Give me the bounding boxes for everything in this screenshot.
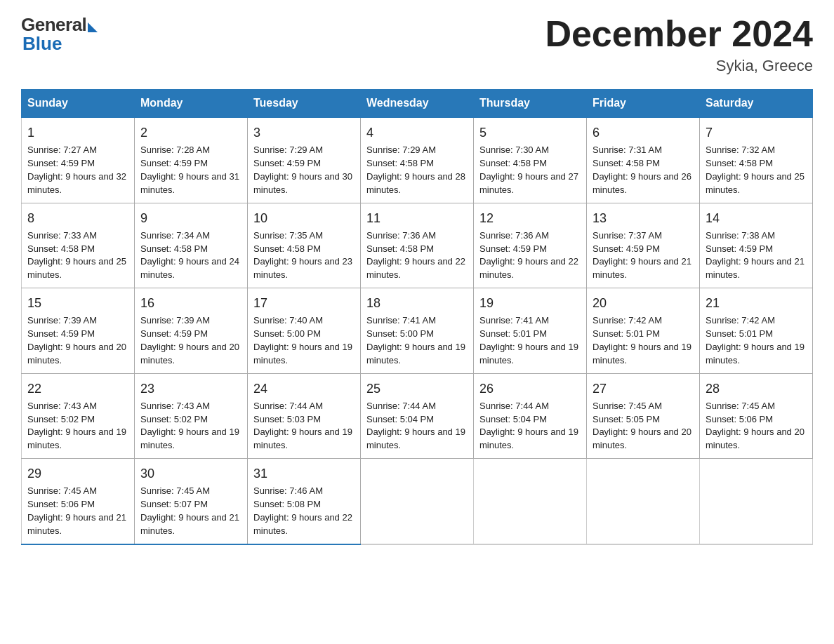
day-info: Sunrise: 7:45 AMSunset: 5:07 PMDaylight:… — [140, 485, 241, 537]
calendar-cell — [361, 459, 474, 544]
calendar-cell: 19Sunrise: 7:41 AMSunset: 5:01 PMDayligh… — [474, 288, 587, 373]
day-info: Sunrise: 7:45 AMSunset: 5:05 PMDaylight:… — [593, 400, 694, 452]
month-title: December 2024 — [545, 14, 813, 54]
day-number: 5 — [479, 123, 581, 142]
day-header-thursday: Thursday — [474, 90, 587, 118]
calendar-cell: 26Sunrise: 7:44 AMSunset: 5:04 PMDayligh… — [474, 373, 587, 458]
day-info: Sunrise: 7:39 AMSunset: 4:59 PMDaylight:… — [140, 314, 241, 367]
calendar-table: SundayMondayTuesdayWednesdayThursdayFrid… — [21, 89, 813, 544]
day-number: 7 — [706, 123, 807, 142]
day-info: Sunrise: 7:42 AMSunset: 5:01 PMDaylight:… — [706, 314, 807, 367]
day-number: 28 — [706, 380, 807, 398]
day-info: Sunrise: 7:34 AMSunset: 4:58 PMDaylight:… — [140, 229, 241, 282]
day-number: 30 — [140, 464, 241, 483]
calendar-cell: 31Sunrise: 7:46 AMSunset: 5:08 PMDayligh… — [248, 459, 361, 544]
logo: General Blue — [21, 14, 98, 55]
calendar-cell: 3Sunrise: 7:29 AMSunset: 4:59 PMDaylight… — [248, 117, 361, 203]
day-info: Sunrise: 7:35 AMSunset: 4:58 PMDaylight:… — [253, 229, 355, 282]
header: General Blue December 2024 Sykia, Greece — [21, 14, 813, 75]
day-info: Sunrise: 7:41 AMSunset: 5:01 PMDaylight:… — [479, 314, 581, 367]
day-number: 8 — [27, 209, 128, 227]
day-number: 15 — [27, 294, 128, 312]
calendar-week-row: 1Sunrise: 7:27 AMSunset: 4:59 PMDaylight… — [22, 117, 813, 203]
day-info: Sunrise: 7:44 AMSunset: 5:04 PMDaylight:… — [366, 400, 468, 452]
calendar-cell: 30Sunrise: 7:45 AMSunset: 5:07 PMDayligh… — [135, 459, 248, 544]
day-number: 16 — [140, 294, 241, 312]
calendar-cell: 27Sunrise: 7:45 AMSunset: 5:05 PMDayligh… — [587, 373, 700, 458]
calendar-cell: 2Sunrise: 7:28 AMSunset: 4:59 PMDaylight… — [135, 117, 248, 203]
calendar-week-row: 22Sunrise: 7:43 AMSunset: 5:02 PMDayligh… — [22, 373, 813, 458]
calendar-cell: 4Sunrise: 7:29 AMSunset: 4:58 PMDaylight… — [361, 117, 474, 203]
calendar-cell: 8Sunrise: 7:33 AMSunset: 4:58 PMDaylight… — [22, 203, 135, 288]
calendar-cell: 10Sunrise: 7:35 AMSunset: 4:58 PMDayligh… — [248, 203, 361, 288]
day-info: Sunrise: 7:42 AMSunset: 5:01 PMDaylight:… — [593, 314, 694, 367]
day-header-saturday: Saturday — [700, 90, 813, 118]
calendar-cell: 16Sunrise: 7:39 AMSunset: 4:59 PMDayligh… — [135, 288, 248, 373]
day-number: 14 — [706, 209, 807, 227]
calendar-cell: 29Sunrise: 7:45 AMSunset: 5:06 PMDayligh… — [22, 459, 135, 544]
day-info: Sunrise: 7:27 AMSunset: 4:59 PMDaylight:… — [27, 144, 128, 196]
calendar-cell: 9Sunrise: 7:34 AMSunset: 4:58 PMDaylight… — [135, 203, 248, 288]
day-header-wednesday: Wednesday — [361, 90, 474, 118]
calendar-cell: 15Sunrise: 7:39 AMSunset: 4:59 PMDayligh… — [22, 288, 135, 373]
day-number: 24 — [253, 380, 355, 398]
location-title: Sykia, Greece — [545, 57, 813, 75]
day-number: 29 — [27, 464, 128, 483]
day-number: 12 — [479, 209, 581, 227]
day-number: 19 — [479, 294, 581, 312]
day-info: Sunrise: 7:45 AMSunset: 5:06 PMDaylight:… — [27, 485, 128, 537]
day-info: Sunrise: 7:36 AMSunset: 4:58 PMDaylight:… — [366, 229, 468, 282]
day-header-tuesday: Tuesday — [248, 90, 361, 118]
day-header-row: SundayMondayTuesdayWednesdayThursdayFrid… — [22, 90, 813, 118]
calendar-cell: 18Sunrise: 7:41 AMSunset: 5:00 PMDayligh… — [361, 288, 474, 373]
day-number: 17 — [253, 294, 355, 312]
calendar-cell: 7Sunrise: 7:32 AMSunset: 4:58 PMDaylight… — [700, 117, 813, 203]
calendar-cell: 25Sunrise: 7:44 AMSunset: 5:04 PMDayligh… — [361, 373, 474, 458]
calendar-cell: 20Sunrise: 7:42 AMSunset: 5:01 PMDayligh… — [587, 288, 700, 373]
day-header-monday: Monday — [135, 90, 248, 118]
calendar-cell — [700, 459, 813, 544]
calendar-week-row: 15Sunrise: 7:39 AMSunset: 4:59 PMDayligh… — [22, 288, 813, 373]
calendar-cell: 17Sunrise: 7:40 AMSunset: 5:00 PMDayligh… — [248, 288, 361, 373]
calendar-cell: 12Sunrise: 7:36 AMSunset: 4:59 PMDayligh… — [474, 203, 587, 288]
day-info: Sunrise: 7:46 AMSunset: 5:08 PMDaylight:… — [253, 485, 355, 537]
calendar-cell: 14Sunrise: 7:38 AMSunset: 4:59 PMDayligh… — [700, 203, 813, 288]
title-area: December 2024 Sykia, Greece — [545, 14, 813, 75]
calendar-cell — [474, 459, 587, 544]
day-number: 18 — [366, 294, 468, 312]
day-info: Sunrise: 7:44 AMSunset: 5:04 PMDaylight:… — [479, 400, 581, 452]
day-info: Sunrise: 7:36 AMSunset: 4:59 PMDaylight:… — [479, 229, 581, 282]
day-info: Sunrise: 7:40 AMSunset: 5:00 PMDaylight:… — [253, 314, 355, 367]
day-info: Sunrise: 7:41 AMSunset: 5:00 PMDaylight:… — [366, 314, 468, 367]
calendar-cell: 13Sunrise: 7:37 AMSunset: 4:59 PMDayligh… — [587, 203, 700, 288]
day-info: Sunrise: 7:29 AMSunset: 4:58 PMDaylight:… — [366, 144, 468, 196]
day-info: Sunrise: 7:33 AMSunset: 4:58 PMDaylight:… — [27, 229, 128, 282]
day-number: 26 — [479, 380, 581, 398]
day-number: 21 — [706, 294, 807, 312]
day-header-friday: Friday — [587, 90, 700, 118]
day-info: Sunrise: 7:28 AMSunset: 4:59 PMDaylight:… — [140, 144, 241, 196]
day-info: Sunrise: 7:37 AMSunset: 4:59 PMDaylight:… — [593, 229, 694, 282]
calendar-cell — [587, 459, 700, 544]
calendar-cell: 22Sunrise: 7:43 AMSunset: 5:02 PMDayligh… — [22, 373, 135, 458]
day-number: 6 — [593, 123, 694, 142]
calendar-cell: 11Sunrise: 7:36 AMSunset: 4:58 PMDayligh… — [361, 203, 474, 288]
day-info: Sunrise: 7:43 AMSunset: 5:02 PMDaylight:… — [27, 400, 128, 452]
day-number: 10 — [253, 209, 355, 227]
day-number: 11 — [366, 209, 468, 227]
day-number: 4 — [366, 123, 468, 142]
day-info: Sunrise: 7:31 AMSunset: 4:58 PMDaylight:… — [593, 144, 694, 196]
day-info: Sunrise: 7:29 AMSunset: 4:59 PMDaylight:… — [253, 144, 355, 196]
calendar-week-row: 29Sunrise: 7:45 AMSunset: 5:06 PMDayligh… — [22, 459, 813, 544]
day-info: Sunrise: 7:38 AMSunset: 4:59 PMDaylight:… — [706, 229, 807, 282]
logo-blue-text: Blue — [22, 33, 62, 55]
day-info: Sunrise: 7:39 AMSunset: 4:59 PMDaylight:… — [27, 314, 128, 367]
calendar-cell: 23Sunrise: 7:43 AMSunset: 5:02 PMDayligh… — [135, 373, 248, 458]
day-info: Sunrise: 7:44 AMSunset: 5:03 PMDaylight:… — [253, 400, 355, 452]
calendar-cell: 1Sunrise: 7:27 AMSunset: 4:59 PMDaylight… — [22, 117, 135, 203]
calendar-week-row: 8Sunrise: 7:33 AMSunset: 4:58 PMDaylight… — [22, 203, 813, 288]
day-header-sunday: Sunday — [22, 90, 135, 118]
calendar-cell: 5Sunrise: 7:30 AMSunset: 4:58 PMDaylight… — [474, 117, 587, 203]
day-number: 13 — [593, 209, 694, 227]
day-number: 22 — [27, 380, 128, 398]
